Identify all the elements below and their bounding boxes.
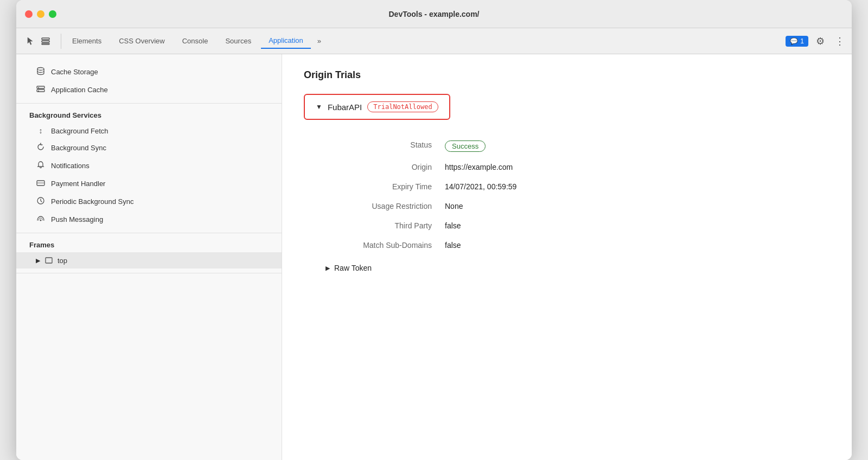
expiry-label: Expiry Time <box>326 177 445 196</box>
sidebar-item-background-sync[interactable]: Background Sync <box>16 139 282 157</box>
svg-rect-12 <box>46 258 52 263</box>
match-subdomains-value: false <box>445 235 830 255</box>
tab-sources[interactable]: Sources <box>218 34 259 48</box>
layers-icon[interactable] <box>40 36 51 47</box>
tab-divider <box>61 34 61 49</box>
toolbar-icons <box>21 36 55 47</box>
chat-icon: 💬 <box>790 37 798 45</box>
application-cache-icon <box>36 85 46 95</box>
status-value: Success <box>445 135 830 157</box>
raw-token-chevron-icon: ▶ <box>326 265 330 272</box>
background-sync-icon <box>36 143 46 153</box>
payment-handler-label: Payment Handler <box>51 180 105 188</box>
push-messaging-label: Push Messaging <box>51 215 103 223</box>
origin-value: https://example.com <box>445 157 830 177</box>
notifications-label: Notifications <box>51 162 90 170</box>
tab-application[interactable]: Application <box>261 33 311 49</box>
tabs: Elements CSS Overview Console Sources Ap… <box>65 33 786 49</box>
svg-rect-1 <box>42 41 49 42</box>
usage-label: Usage Restriction <box>326 196 445 216</box>
payment-handler-icon <box>36 178 46 189</box>
periodic-background-sync-icon <box>36 196 46 207</box>
svg-rect-9 <box>37 182 44 184</box>
status-label: Status <box>326 135 445 157</box>
expiry-value: 14/07/2021, 00:59:59 <box>445 177 830 196</box>
storage-section: Cache Storage Application Cache <box>16 59 282 104</box>
chat-count: 1 <box>800 37 804 45</box>
notifications-icon <box>36 161 46 171</box>
sidebar-item-payment-handler[interactable]: Payment Handler <box>16 175 282 193</box>
svg-rect-6 <box>38 87 39 88</box>
raw-token-row[interactable]: ▶ Raw Token <box>326 264 830 272</box>
frames-header: Frames <box>16 238 282 252</box>
background-fetch-label: Background Fetch <box>51 127 108 135</box>
background-sync-label: Background Sync <box>51 144 106 152</box>
push-messaging-icon <box>36 214 46 225</box>
svg-rect-2 <box>42 43 49 44</box>
background-services-section: Background Services ↕ Background Fetch B… <box>16 104 282 233</box>
svg-rect-0 <box>42 38 49 40</box>
sidebar-item-application-cache[interactable]: Application Cache <box>16 81 282 99</box>
cache-storage-label: Cache Storage <box>51 68 98 76</box>
frame-icon <box>44 256 53 265</box>
settings-button[interactable]: ⚙ <box>813 34 828 49</box>
svg-point-11 <box>40 220 42 221</box>
background-services-header: Background Services <box>16 108 282 123</box>
more-tabs-button[interactable]: » <box>313 34 326 48</box>
tabbar: Elements CSS Overview Console Sources Ap… <box>16 28 852 54</box>
usage-value: None <box>445 196 830 216</box>
origin-label: Origin <box>326 157 445 177</box>
sidebar-item-push-messaging[interactable]: Push Messaging <box>16 210 282 228</box>
success-badge: Success <box>445 140 486 152</box>
sidebar-item-cache-storage[interactable]: Cache Storage <box>16 63 282 81</box>
background-fetch-icon: ↕ <box>36 126 46 135</box>
svg-point-3 <box>37 68 44 71</box>
raw-token-label: Raw Token <box>334 264 372 272</box>
cache-storage-icon <box>36 67 46 77</box>
application-cache-label: Application Cache <box>51 86 108 94</box>
page-title: Origin Trials <box>304 69 830 81</box>
sidebar: Cache Storage Application Cache <box>16 54 282 460</box>
sidebar-item-periodic-background-sync[interactable]: Periodic Background Sync <box>16 193 282 210</box>
titlebar: DevTools - example.com/ <box>16 0 852 28</box>
more-options-button[interactable]: ⋮ <box>832 34 847 49</box>
top-label: top <box>58 257 67 265</box>
maximize-button[interactable] <box>49 10 56 18</box>
sidebar-item-top[interactable]: ▶ top <box>16 252 282 269</box>
third-party-value: false <box>445 216 830 235</box>
details-table: Status Success Origin https://example.co… <box>326 135 830 255</box>
fubar-api-row[interactable]: ▼ FubarAPI TrialNotAllowed <box>304 94 450 120</box>
trial-not-allowed-badge: TrialNotAllowed <box>367 101 438 112</box>
devtools-window: DevTools - example.com/ Elements CSS Ove… <box>16 0 852 460</box>
traffic-lights <box>25 10 56 18</box>
tab-css-overview[interactable]: CSS Overview <box>111 34 173 48</box>
cursor-icon[interactable] <box>25 36 36 47</box>
sidebar-item-background-fetch[interactable]: ↕ Background Fetch <box>16 123 282 139</box>
third-party-label: Third Party <box>326 216 445 235</box>
tab-elements[interactable]: Elements <box>65 34 109 48</box>
sidebar-item-notifications[interactable]: Notifications <box>16 157 282 175</box>
minimize-button[interactable] <box>37 10 44 18</box>
chat-badge[interactable]: 💬 1 <box>786 36 808 47</box>
tabbar-right: 💬 1 ⚙ ⋮ <box>786 34 847 49</box>
svg-rect-7 <box>38 91 39 92</box>
window-title: DevTools - example.com/ <box>388 10 479 18</box>
periodic-background-sync-label: Periodic Background Sync <box>51 197 133 206</box>
close-button[interactable] <box>25 10 33 18</box>
main-area: Cache Storage Application Cache <box>16 54 852 460</box>
match-subdomains-label: Match Sub-Domains <box>326 235 445 255</box>
api-name: FubarAPI <box>328 103 362 112</box>
top-expand-icon: ▶ <box>36 257 40 264</box>
tab-console[interactable]: Console <box>175 34 216 48</box>
content-pane: Origin Trials ▼ FubarAPI TrialNotAllowed… <box>282 54 852 460</box>
api-chevron-icon: ▼ <box>316 103 322 111</box>
frames-section: Frames ▶ top <box>16 233 282 273</box>
